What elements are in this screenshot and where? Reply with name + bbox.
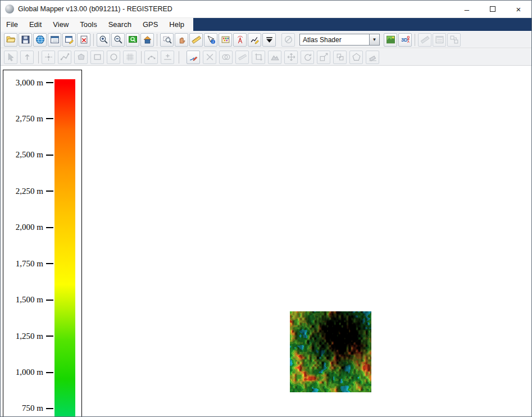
minimize-button[interactable]: – bbox=[454, 1, 480, 17]
titlebar: Global Mapper v13.00 (b091211) - REGISTE… bbox=[1, 1, 531, 17]
pan-tool-button[interactable] bbox=[175, 33, 188, 47]
create-rectangle-button[interactable] bbox=[90, 51, 104, 64]
delete-feature-button[interactable] bbox=[366, 51, 379, 64]
resize-feature-icon bbox=[335, 52, 345, 62]
open-data-files-button[interactable] bbox=[4, 33, 17, 47]
digitizer-tool-button[interactable] bbox=[4, 51, 17, 64]
legend-row: 2,000 m bbox=[3, 223, 55, 232]
move-feature-button[interactable] bbox=[284, 51, 298, 64]
configuration-button[interactable] bbox=[62, 33, 76, 47]
zoom-to-fit-icon bbox=[128, 35, 138, 44]
menu-tools[interactable]: Tools bbox=[74, 18, 102, 31]
draw-feature-button[interactable] bbox=[187, 51, 200, 64]
create-grid-button[interactable] bbox=[123, 51, 137, 64]
elevation-gradient-bar bbox=[54, 79, 75, 416]
combine-areas-button[interactable] bbox=[219, 51, 233, 64]
maximize-button[interactable] bbox=[480, 1, 506, 17]
legend-tick bbox=[46, 372, 53, 373]
menu-edit[interactable]: Edit bbox=[24, 18, 47, 31]
shape-feature-button[interactable] bbox=[349, 51, 363, 64]
combine-areas-icon bbox=[221, 52, 231, 62]
legend-tick bbox=[46, 118, 53, 119]
zoom-out-button[interactable] bbox=[111, 33, 125, 47]
create-circle-icon bbox=[109, 52, 119, 62]
overlay-control-center-button[interactable] bbox=[48, 33, 61, 47]
full-view-icon bbox=[143, 35, 152, 44]
legend-label: 1,000 m bbox=[16, 368, 43, 377]
legend-row: 1,500 m bbox=[3, 296, 55, 305]
legend-label: 1,500 m bbox=[16, 295, 43, 305]
split-feature-icon bbox=[205, 52, 215, 62]
save-workspace-button[interactable] bbox=[19, 33, 32, 47]
legend-label: 2,250 m bbox=[16, 187, 43, 196]
flatten-dropdown-icon bbox=[265, 35, 274, 44]
split-feature-button[interactable] bbox=[203, 51, 216, 64]
legend-label: 750 m bbox=[22, 404, 43, 413]
zoom-to-fit-button[interactable] bbox=[126, 33, 139, 47]
resize-feature-button[interactable] bbox=[333, 51, 347, 64]
elevation-legend-labels: 3,000 m 2,750 m 2,500 m 2,250 m 2,000 m … bbox=[3, 78, 55, 413]
rotate-feature-icon bbox=[303, 52, 312, 62]
menu-file[interactable]: File bbox=[1, 18, 24, 31]
view-shed-icon bbox=[235, 35, 245, 44]
unload-all-button[interactable] bbox=[77, 33, 90, 47]
edit-vertices-button[interactable] bbox=[144, 51, 158, 64]
measure-tool-button[interactable] bbox=[189, 33, 203, 47]
menu-help[interactable]: Help bbox=[163, 18, 190, 31]
open-data-files-icon bbox=[6, 35, 16, 44]
create-point-button[interactable] bbox=[42, 51, 55, 64]
save-workspace-icon bbox=[21, 35, 30, 44]
view-shed-button[interactable] bbox=[233, 33, 247, 47]
path-profile-button[interactable] bbox=[248, 33, 261, 47]
toolbar-separator bbox=[93, 34, 94, 46]
full-view-button[interactable] bbox=[140, 33, 154, 47]
insert-vertex-icon bbox=[163, 52, 172, 62]
scale-feature-button[interactable] bbox=[317, 51, 330, 64]
zoom-in-icon bbox=[99, 35, 108, 44]
menubar: File Edit View Tools Search GPS Help bbox=[1, 17, 531, 31]
map-viewport[interactable]: 3,000 m 2,750 m 2,500 m 2,250 m 2,000 m … bbox=[1, 66, 531, 416]
overlay-control-center-icon bbox=[50, 35, 60, 44]
select-features-button[interactable] bbox=[20, 51, 34, 64]
flatten-dropdown-button[interactable] bbox=[262, 33, 276, 47]
create-circle-button[interactable] bbox=[107, 51, 120, 64]
shader-select[interactable]: Atlas Shader ▼ bbox=[299, 34, 380, 46]
3d-view-button[interactable]: 3D bbox=[398, 33, 412, 47]
terrain-map-image bbox=[290, 311, 371, 392]
zoom-tool-button[interactable] bbox=[160, 33, 174, 47]
download-online-data-button[interactable] bbox=[33, 33, 47, 47]
crop-feature-button[interactable] bbox=[252, 51, 265, 64]
terrain-feature-icon bbox=[270, 52, 280, 62]
disabled-layout-button[interactable] bbox=[433, 33, 446, 47]
create-area-button[interactable] bbox=[74, 51, 88, 64]
legend-row: 1,250 m bbox=[3, 332, 55, 341]
create-area-icon bbox=[76, 52, 86, 62]
feature-info-icon: i bbox=[206, 35, 216, 44]
3d-view-icon: 3D bbox=[401, 35, 410, 44]
create-line-button[interactable] bbox=[58, 51, 71, 64]
feature-info-button[interactable]: i bbox=[204, 33, 217, 47]
insert-vertex-button[interactable] bbox=[161, 51, 174, 64]
close-button[interactable]: × bbox=[506, 1, 531, 17]
chevron-down-icon[interactable]: ▼ bbox=[369, 34, 380, 46]
color-palette-button[interactable] bbox=[219, 33, 232, 47]
zoom-in-button[interactable] bbox=[97, 33, 110, 47]
zoom-out-icon bbox=[113, 35, 123, 44]
legend-label: 2,000 m bbox=[16, 223, 43, 232]
maximize-icon bbox=[490, 6, 495, 12]
color-palette-icon bbox=[221, 35, 230, 44]
measure-feature-button[interactable] bbox=[235, 51, 249, 64]
legend-label: 3,000 m bbox=[16, 78, 43, 88]
shader-options-button[interactable] bbox=[384, 33, 397, 47]
disabled-tool-button[interactable] bbox=[281, 33, 295, 47]
svg-text:3D: 3D bbox=[401, 37, 408, 43]
menu-view[interactable]: View bbox=[47, 18, 74, 31]
menu-search[interactable]: Search bbox=[103, 18, 137, 31]
menu-gps[interactable]: GPS bbox=[137, 18, 163, 31]
legend-label: 2,750 m bbox=[16, 114, 43, 124]
legend-label: 1,250 m bbox=[16, 332, 43, 341]
rotate-feature-button[interactable] bbox=[301, 51, 314, 64]
disabled-measure-button[interactable] bbox=[418, 33, 431, 47]
disabled-link-button[interactable] bbox=[447, 33, 461, 47]
terrain-feature-button[interactable] bbox=[268, 51, 281, 64]
